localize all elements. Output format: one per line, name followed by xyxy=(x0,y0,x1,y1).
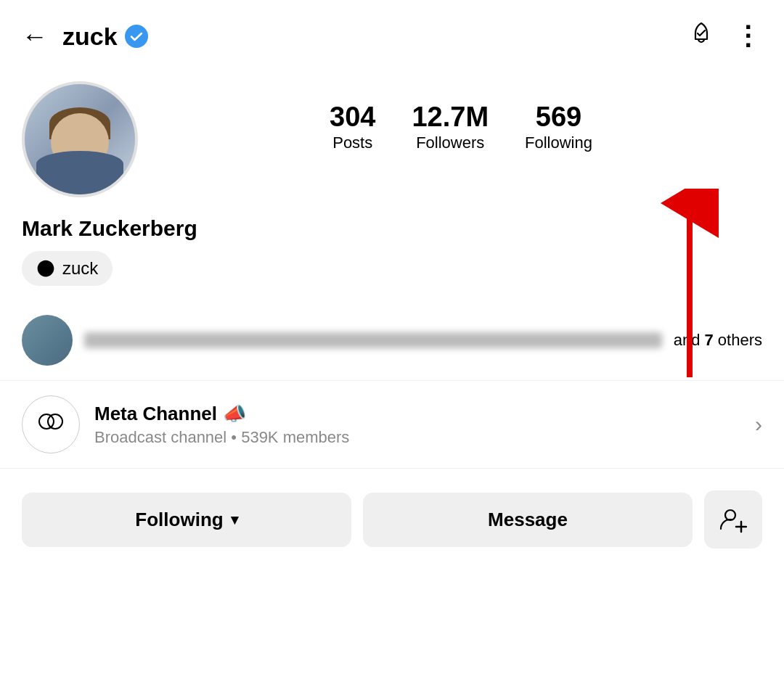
followed-others-text: and 7 others xyxy=(674,331,762,350)
followers-count: 12.7M xyxy=(412,103,489,131)
message-button[interactable]: Message xyxy=(363,493,693,547)
channel-subtitle: Broadcast channel • 539K members xyxy=(94,428,740,447)
posts-count: 304 xyxy=(330,103,375,131)
avatar xyxy=(22,81,138,197)
channel-name: Meta Channel 📣 xyxy=(94,403,740,425)
threads-badge[interactable]: zuck xyxy=(22,251,113,286)
header: ← zuck ⋮ xyxy=(0,0,784,67)
following-label: Following xyxy=(525,133,592,152)
followers-label: Followers xyxy=(416,133,484,152)
message-button-label: Message xyxy=(488,509,568,531)
profile-full-name: Mark Zuckerberg xyxy=(22,216,762,241)
header-left: ← zuck xyxy=(22,22,148,51)
threads-logo-icon xyxy=(36,259,55,278)
channel-chat-icon xyxy=(35,406,67,443)
username-text: zuck xyxy=(62,22,118,51)
avatar-shirt xyxy=(36,151,123,194)
channel-icon-circle xyxy=(22,395,80,453)
svg-point-0 xyxy=(125,25,148,48)
bio-section: Mark Zuckerberg zuck xyxy=(0,205,784,308)
follower-names-blurred xyxy=(84,332,662,348)
header-username: zuck xyxy=(62,22,148,51)
add-friend-button[interactable] xyxy=(704,490,762,549)
channel-name-text: Meta Channel xyxy=(94,403,217,425)
posts-label: Posts xyxy=(332,133,372,152)
following-button[interactable]: Following ▾ xyxy=(22,493,351,547)
stats-container: 304 Posts 12.7M Followers 569 Following xyxy=(160,81,762,152)
channel-section[interactable]: Meta Channel 📣 Broadcast channel • 539K … xyxy=(0,380,784,469)
channel-info: Meta Channel 📣 Broadcast channel • 539K … xyxy=(94,403,740,447)
follower-avatar xyxy=(22,315,73,366)
notification-bell-icon[interactable] xyxy=(688,20,714,52)
verified-badge-icon xyxy=(125,25,148,48)
posts-stat[interactable]: 304 Posts xyxy=(330,103,375,152)
header-right: ⋮ xyxy=(688,20,762,52)
back-button[interactable]: ← xyxy=(22,23,48,49)
chevron-down-icon: ▾ xyxy=(231,511,238,528)
others-count: 7 xyxy=(704,331,713,349)
following-stat[interactable]: 569 Following xyxy=(525,103,592,152)
profile-section: 304 Posts 12.7M Followers 569 Following xyxy=(0,67,784,205)
following-count: 569 xyxy=(536,103,581,131)
channel-chevron-right-icon[interactable]: › xyxy=(755,412,762,437)
more-options-icon[interactable]: ⋮ xyxy=(735,30,762,43)
avatar-image xyxy=(25,84,135,194)
followers-stat[interactable]: 12.7M Followers xyxy=(412,103,489,152)
following-button-label: Following xyxy=(135,509,223,531)
followed-by-section[interactable]: and 7 others xyxy=(0,308,784,373)
add-person-icon xyxy=(719,506,747,533)
channel-emoji: 📣 xyxy=(223,403,246,425)
threads-handle: zuck xyxy=(62,258,98,279)
action-buttons: Following ▾ Message xyxy=(0,476,784,563)
